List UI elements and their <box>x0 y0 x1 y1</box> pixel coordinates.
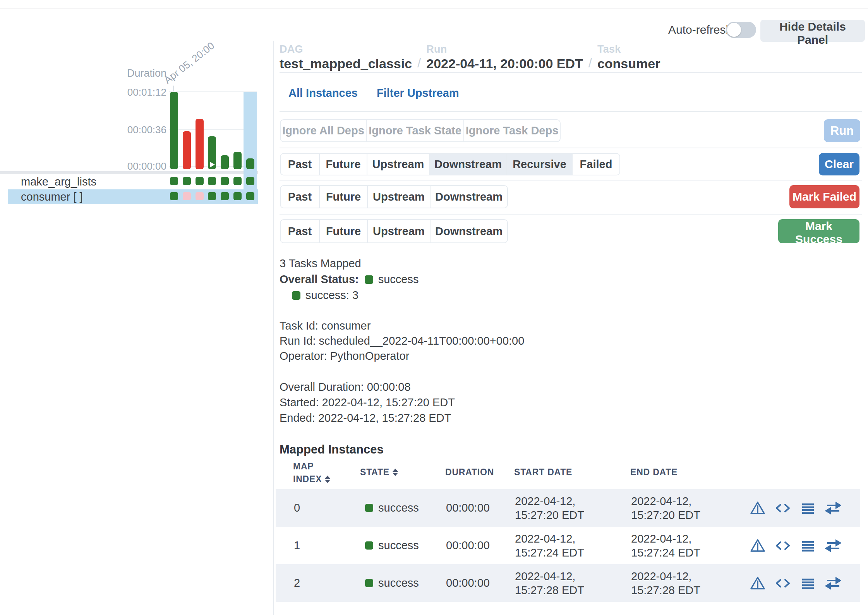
success-state-square <box>365 579 373 587</box>
mark-failed-option-downstream[interactable]: Downstream <box>431 186 507 208</box>
tab-filter-upstream[interactable]: Filter Upstream <box>377 87 459 100</box>
task-instance-square[interactable] <box>233 177 242 185</box>
mark-failed-option-future[interactable]: Future <box>320 186 368 208</box>
task-instance-square[interactable] <box>208 192 216 200</box>
mapped-instance-row[interactable]: 1 success 00:00:00 2022-04-12, 15:27:24 … <box>276 527 860 564</box>
mark-failed-button[interactable]: Mark Failed <box>789 185 859 208</box>
column-header-text: END DATE <box>630 467 678 478</box>
divider <box>280 72 862 73</box>
task-instance-square[interactable] <box>170 177 178 185</box>
dag-run-duration-bar[interactable] <box>196 119 204 169</box>
dag-name-link[interactable]: test_mapped_classic <box>280 56 412 71</box>
log-lines-icon[interactable] <box>800 538 816 553</box>
mark-success-option-downstream[interactable]: Downstream <box>431 220 507 242</box>
operator-line: Operator: PythonOperator <box>280 350 409 362</box>
dag-run-duration-bar[interactable] <box>221 155 229 169</box>
divider <box>280 111 862 112</box>
log-lines-icon[interactable] <box>800 575 816 591</box>
ignore-deps-button-group: Ignore All Deps Ignore Task State Ignore… <box>280 119 561 142</box>
task-instance-square[interactable] <box>170 192 178 200</box>
breadcrumb-run: Run 2022-04-11, 20:00:00 EDT <box>426 43 583 71</box>
mark-success-option-past[interactable]: Past <box>281 220 320 242</box>
selected-run-column-band <box>244 92 257 204</box>
dag-run-duration-bar[interactable] <box>170 92 178 169</box>
task-instance-square[interactable] <box>183 177 191 185</box>
divider <box>280 214 862 215</box>
ignore-task-deps-button[interactable]: Ignore Task Deps <box>464 120 560 141</box>
start-date-cell: 2022-04-12, 15:27:20 EDT <box>515 489 584 527</box>
mark-failed-option-past[interactable]: Past <box>281 186 320 208</box>
dag-run-duration-bar[interactable] <box>233 152 242 169</box>
mark-failed-option-upstream[interactable]: Upstream <box>368 186 431 208</box>
breadcrumb-task: Task consumer <box>597 43 660 71</box>
column-header-duration: DURATION <box>445 467 494 478</box>
ignore-task-state-button[interactable]: Ignore Task State <box>367 120 464 141</box>
mark-success-options-button-group: Past Future Upstream Downstream <box>280 219 508 243</box>
started-line: Started: 2022-04-12, 15:27:20 EDT <box>280 396 455 409</box>
dag-run-duration-bar[interactable] <box>246 158 254 169</box>
tasks-mapped-count: 3 Tasks Mapped <box>280 257 361 270</box>
mapped-instance-row[interactable]: 2 success 00:00:00 2022-04-12, 15:27:28 … <box>276 564 860 602</box>
clear-option-upstream[interactable]: Upstream <box>367 154 430 175</box>
xcom-swap-arrows-icon[interactable] <box>825 538 841 553</box>
ended-line: Ended: 2022-04-12, 15:27:28 EDT <box>280 412 451 424</box>
end-date-cell: 2022-04-12, 15:27:20 EDT <box>631 489 700 527</box>
task-id-line: Task Id: consumer <box>280 320 371 332</box>
task-instance-square[interactable] <box>221 177 229 185</box>
details-triangle-icon[interactable] <box>750 538 765 553</box>
task-instance-square[interactable] <box>246 192 254 200</box>
task-instance-square[interactable] <box>196 177 204 185</box>
overall-status-line: Overall Status: success <box>280 273 419 286</box>
run-button[interactable]: Run <box>824 119 860 142</box>
column-header-map-index[interactable]: MAP INDEX <box>293 460 330 486</box>
clear-option-past[interactable]: Past <box>281 154 320 175</box>
details-triangle-icon[interactable] <box>750 575 765 591</box>
success-state-square <box>365 541 373 550</box>
task-instance-square[interactable] <box>246 177 254 185</box>
x-tick-label: Apr 05, 20:00 <box>162 40 217 86</box>
dag-label: DAG <box>280 43 412 55</box>
task-instance-square[interactable] <box>183 192 191 200</box>
column-header-state[interactable]: STATE <box>360 467 398 478</box>
dag-run-duration-bar[interactable] <box>183 131 191 169</box>
task-instance-square[interactable] <box>208 177 216 185</box>
success-state-square <box>365 504 373 512</box>
clear-option-failed[interactable]: Failed <box>573 154 619 175</box>
divider <box>280 148 862 148</box>
clear-option-future[interactable]: Future <box>320 154 367 175</box>
column-header-text: DURATION <box>445 467 494 478</box>
row-actions <box>750 527 841 564</box>
mark-success-button[interactable]: Mark Success <box>778 219 859 243</box>
clear-button[interactable]: Clear <box>819 153 859 175</box>
end-date-cell: 2022-04-12, 15:27:24 EDT <box>631 527 700 564</box>
state-cell: success <box>365 489 419 527</box>
clear-option-recursive[interactable]: Recursive <box>507 154 573 175</box>
duration-axis-label: Duration <box>89 67 166 79</box>
code-brackets-icon[interactable] <box>775 500 791 516</box>
xcom-swap-arrows-icon[interactable] <box>825 575 841 591</box>
tab-all-instances[interactable]: All Instances <box>288 87 358 100</box>
log-lines-icon[interactable] <box>800 500 816 516</box>
success-state-square <box>365 275 373 284</box>
mapped-instance-row[interactable]: 0 success 00:00:00 2022-04-12, 15:27:20 … <box>276 489 860 527</box>
task-name-link[interactable]: consumer <box>597 56 660 71</box>
airflow-grid-page: Auto-refresh Hide Details Panel make_arg… <box>0 0 868 615</box>
mark-success-option-future[interactable]: Future <box>320 220 368 242</box>
code-brackets-icon[interactable] <box>775 538 791 553</box>
task-instance-square[interactable] <box>221 192 229 200</box>
ignore-all-deps-button[interactable]: Ignore All Deps <box>281 120 367 141</box>
status-count-value: success: 3 <box>305 289 359 302</box>
clear-option-downstream[interactable]: Downstream <box>430 154 507 175</box>
details-triangle-icon[interactable] <box>750 500 765 516</box>
task-instance-square[interactable] <box>196 192 204 200</box>
breadcrumb: DAG test_mapped_classic / Run 2022-04-11… <box>280 43 660 71</box>
details-panel-border <box>273 41 274 615</box>
divider <box>280 180 862 181</box>
run-name-link[interactable]: 2022-04-11, 20:00:00 EDT <box>426 56 583 71</box>
code-brackets-icon[interactable] <box>775 575 791 591</box>
task-instance-square[interactable] <box>233 192 242 200</box>
task-label: Task <box>597 43 660 55</box>
overall-duration-line: Overall Duration: 00:00:08 <box>280 381 411 393</box>
xcom-swap-arrows-icon[interactable] <box>825 500 841 516</box>
mark-success-option-upstream[interactable]: Upstream <box>368 220 431 242</box>
